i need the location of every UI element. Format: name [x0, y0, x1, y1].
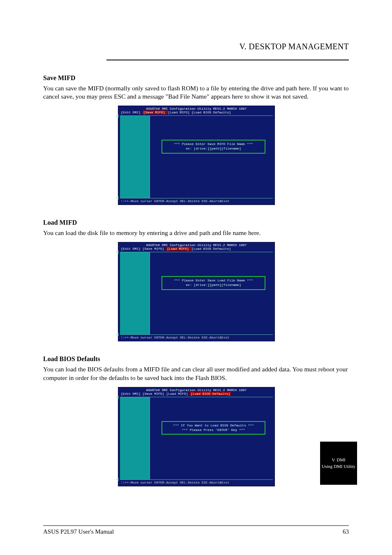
side-section-tab: V. DMI Using DMI Utility: [320, 442, 357, 485]
bios-prompt-box: *** Please Enter Save MIFD File Name ***…: [161, 140, 265, 154]
page-header-title: V. DESKTOP MANAGEMENT: [43, 42, 349, 51]
bios-prompt-box: *** If You Want to Load BIOS Defaults **…: [161, 421, 265, 435]
bios-hint-line: ↑↓++-Move cursor ENTER-Accept DEL-Delete…: [118, 335, 274, 339]
bios-title: ASUSTeK DMI Configuration Utility REV1.2…: [118, 387, 274, 392]
bios-screenshot-load: ASUSTeK DMI Configuration Utility REV1.2…: [118, 242, 274, 341]
bios-screenshot-save: ASUSTeK DMI Configuration Utility REV1.2…: [118, 106, 274, 205]
bios-right-panel: *** Please Enter Save MIFD File Name ***…: [150, 116, 273, 198]
bios-prompt-line2: *** Please Press 'ENTER' Key ***: [165, 428, 262, 433]
menu-save-mifd-selected: [Save MIFD]: [143, 111, 168, 114]
menu-save-mifd: [Save MIFD]: [143, 392, 166, 396]
side-tab-line2: Using DMI Utility: [322, 463, 355, 470]
bios-prompt-box: *** Please Enter Save Load File Name ***…: [161, 276, 265, 290]
section-title-load: Load MIFD: [43, 219, 349, 226]
bios-prompt-line1: *** If You Want to Load BIOS Defaults **…: [165, 424, 262, 428]
bios-screenshot-defaults: ASUSTeK DMI Configuration Utility REV1.2…: [118, 387, 274, 486]
section-title-save: Save MIFD: [43, 74, 349, 82]
menu-load-defaults-selected: [Load BIOS Defaults]: [190, 392, 231, 396]
bios-prompt-line2: ex: [drive:][path][filename]: [165, 283, 262, 288]
bios-menubar: [Edit DMI] [Save MIFD] [Load MIFD] [Load…: [118, 392, 274, 397]
menu-load-mifd: [Load MIFD]: [168, 111, 191, 114]
bios-title: ASUSTeK DMI Configuration Utility REV1.2…: [118, 106, 274, 111]
menu-load-defaults: [Load BIOS Defaults]: [191, 247, 231, 251]
footer-page-number: 63: [343, 528, 349, 535]
bios-prompt-line1: *** Please Enter Save Load File Name ***: [165, 279, 262, 283]
footer-rule: [43, 525, 349, 526]
section-body-save: You can save the MIFD (normally only sav…: [43, 84, 349, 101]
page-footer: ASUS P2L97 User's Manual 63: [43, 525, 349, 535]
bios-left-panel: [120, 397, 150, 479]
bios-menubar: [Edit DMI] [Save MIFD] [Load MIFD] [Load…: [118, 247, 274, 252]
bios-left-panel: [120, 116, 150, 198]
menu-save-mifd: [Save MIFD]: [143, 247, 166, 251]
menu-edit-dmi: [Edit DMI]: [121, 111, 143, 114]
bios-prompt-line1: *** Please Enter Save MIFD File Name ***: [165, 142, 262, 147]
menu-edit-dmi: [Edit DMI]: [121, 392, 143, 396]
bios-hint-line: ↑↓++-Move cursor ENTER-Accept DEL-Delete…: [118, 480, 274, 484]
bios-right-panel: *** Please Enter Save Load File Name ***…: [150, 252, 273, 334]
bios-prompt-line2: ex: [drive:][path][filename]: [165, 147, 262, 151]
bios-menubar: [Edit DMI] [Save MIFD] [Load MIFD] [Load…: [118, 111, 274, 115]
menu-load-mifd: [Load MIFD]: [166, 392, 190, 396]
bios-right-panel: *** If You Want to Load BIOS Defaults **…: [150, 397, 273, 479]
menu-load-defaults: [Load BIOS Defaults]: [191, 111, 231, 114]
bios-left-panel: [120, 252, 150, 334]
section-body-load: You can load the disk file to memory by …: [43, 229, 349, 237]
side-tab-line1: V. DMI: [322, 457, 355, 463]
page: V. DESKTOP MANAGEMENT Save MIFD You can …: [0, 0, 392, 555]
footer-doc-title: ASUS P2L97 User's Manual: [43, 528, 114, 535]
bios-title: ASUSTeK DMI Configuration Utility REV1.2…: [118, 242, 274, 247]
menu-load-mifd-selected: [Load MIFD]: [166, 247, 191, 251]
bios-hint-line: ↑↓++-Move cursor ENTER-Accept DEL-Delete…: [118, 198, 274, 203]
section-body-defaults: You can load the BIOS defaults from a MI…: [43, 365, 349, 382]
section-title-defaults: Load BIOS Defaults: [43, 355, 349, 363]
menu-edit-dmi: [Edit DMI]: [121, 247, 143, 251]
header-rule: [106, 60, 349, 60]
